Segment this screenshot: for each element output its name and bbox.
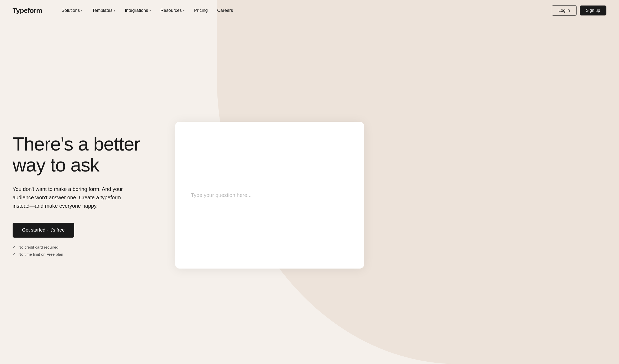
nav-item-pricing[interactable]: Pricing [190, 6, 211, 15]
chevron-down-icon: ▾ [183, 9, 185, 12]
nav-item-integrations-label: Integrations [125, 8, 148, 13]
nav-item-templates-label: Templates [92, 8, 112, 13]
form-question-placeholder: Type your question here... [191, 192, 348, 198]
perk-item: ✓ No time limit on Free plan [13, 252, 159, 256]
chevron-down-icon: ▾ [114, 9, 115, 12]
nav-item-solutions[interactable]: Solutions ▾ [58, 6, 87, 15]
hero-left: There's a better way to ask You don't wa… [13, 134, 159, 256]
hero-section: There's a better way to ask You don't wa… [0, 21, 619, 364]
nav-actions: Log in Sign up [552, 5, 606, 16]
signup-button[interactable]: Sign up [580, 6, 606, 15]
nav-item-solutions-label: Solutions [62, 8, 80, 13]
page-wrapper: Typeform Solutions ▾ Templates ▾ Integra… [0, 0, 619, 364]
nav-item-resources-label: Resources [161, 8, 182, 13]
perk-item: ✓ No credit card required [13, 245, 159, 249]
chevron-down-icon: ▾ [81, 9, 83, 12]
chevron-down-icon: ▾ [150, 9, 151, 12]
nav-links: Solutions ▾ Templates ▾ Integrations ▾ R… [58, 6, 552, 15]
check-icon: ✓ [13, 252, 16, 256]
navbar: Typeform Solutions ▾ Templates ▾ Integra… [0, 0, 619, 21]
get-started-button[interactable]: Get started - it's free [13, 223, 74, 238]
hero-title: There's a better way to ask [13, 134, 159, 175]
login-button[interactable]: Log in [552, 5, 577, 16]
perk-label: No credit card required [18, 245, 58, 249]
brand-logo[interactable]: Typeform [13, 7, 42, 15]
nav-item-resources[interactable]: Resources ▾ [157, 6, 188, 15]
nav-item-integrations[interactable]: Integrations ▾ [121, 6, 155, 15]
nav-item-templates[interactable]: Templates ▾ [88, 6, 119, 15]
check-icon: ✓ [13, 245, 16, 249]
hero-right: Type your question here... [175, 122, 606, 269]
perk-label: No time limit on Free plan [18, 252, 63, 256]
hero-perks: ✓ No credit card required ✓ No time limi… [13, 245, 159, 256]
nav-item-careers[interactable]: Careers [214, 6, 237, 15]
form-card: Type your question here... [175, 122, 364, 269]
hero-subtitle: You don't want to make a boring form. An… [13, 185, 138, 210]
